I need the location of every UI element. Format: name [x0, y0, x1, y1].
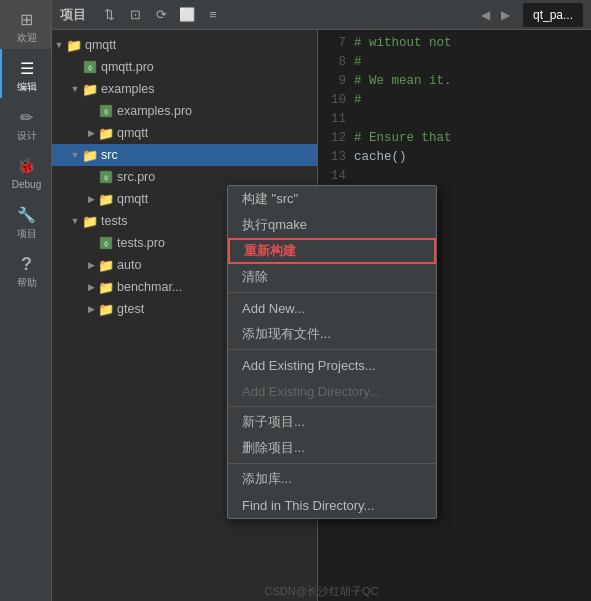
grid-icon: ⊞ — [16, 8, 38, 30]
line-number-8: 8 — [318, 53, 354, 72]
folder-icon-src-qmqtt: 📁 — [98, 191, 114, 207]
tree-label-qmqtt-pro: qmqtt.pro — [101, 60, 154, 74]
file-icon-tests-pro: Q — [98, 235, 114, 251]
menu-button[interactable]: ≡ — [202, 4, 224, 26]
tree-arrow-src-qmqtt: ▶ — [84, 192, 98, 206]
sidebar: ⊞ 欢迎 ☰ 编辑 ✏ 设计 🐞 Debug 🔧 项目 ? 帮助 — [0, 0, 52, 601]
tree-item-examples-folder[interactable]: ▼📁examples — [52, 78, 317, 100]
ctx-item-remove-project[interactable]: 删除项目... — [228, 435, 436, 461]
code-tab-qt-pa[interactable]: qt_pa... — [523, 3, 583, 27]
ctx-separator-sep2 — [228, 349, 436, 350]
folder-icon-examples-folder: 📁 — [82, 81, 98, 97]
tab-prev-button[interactable]: ◀ — [477, 6, 495, 24]
tree-item-qmqtt-pro[interactable]: Qqmqtt.pro — [52, 56, 317, 78]
toolbar-title: 项目 — [60, 6, 86, 24]
tree-label-src-pro: src.pro — [117, 170, 155, 184]
tree-arrow-examples-folder: ▼ — [68, 82, 82, 96]
tree-label-examples-qmqtt: qmqtt — [117, 126, 148, 140]
sidebar-item-welcome-label: 欢迎 — [17, 32, 37, 44]
folder-icon-tests-gtest: 📁 — [98, 301, 114, 317]
tree-item-src-folder[interactable]: ▼📁src — [52, 144, 317, 166]
folder-icon-tests-benchmar: 📁 — [98, 279, 114, 295]
tree-arrow-tests-gtest: ▶ — [84, 302, 98, 316]
line-text-10: # — [354, 91, 362, 110]
file-icon-qmqtt-pro: Q — [82, 59, 98, 75]
tree-arrow-examples-pro — [84, 104, 98, 118]
tree-item-examples-qmqtt[interactable]: ▶📁qmqtt — [52, 122, 317, 144]
ctx-item-run-qmake[interactable]: 执行qmake — [228, 212, 436, 238]
line-number-11: 11 — [318, 110, 354, 129]
file-icon-examples-pro: Q — [98, 103, 114, 119]
code-line-8: 8# — [318, 53, 591, 72]
ctx-item-add-library[interactable]: 添加库... — [228, 466, 436, 492]
bug-icon: 🐞 — [16, 155, 38, 177]
tree-arrow-src-pro — [84, 170, 98, 184]
link-button[interactable]: ⟳ — [150, 4, 172, 26]
tree-arrow-tests-auto: ▶ — [84, 258, 98, 272]
sidebar-item-help[interactable]: ? 帮助 — [0, 245, 51, 294]
filter-button[interactable]: ⊡ — [124, 4, 146, 26]
folder-icon-qmqtt-root: 📁 — [66, 37, 82, 53]
wrench-icon: 🔧 — [16, 204, 38, 226]
line-number-13: 13 — [318, 148, 354, 167]
tree-label-tests-folder: tests — [101, 214, 127, 228]
tree-arrow-examples-qmqtt: ▶ — [84, 126, 98, 140]
code-line-13: 13cache() — [318, 148, 591, 167]
pencil-icon: ✏ — [16, 106, 38, 128]
line-text-8: # — [354, 53, 362, 72]
line-text-12: # Ensure that — [354, 129, 452, 148]
tree-label-tests-benchmar: benchmar... — [117, 280, 182, 294]
ctx-item-add-existing-projects[interactable]: Add Existing Projects... — [228, 352, 436, 378]
tree-arrow-tests-benchmar: ▶ — [84, 280, 98, 294]
code-line-12: 12# Ensure that — [318, 129, 591, 148]
code-line-9: 9# We mean it. — [318, 72, 591, 91]
ctx-item-build-src[interactable]: 构建 "src" — [228, 186, 436, 212]
sidebar-item-debug[interactable]: 🐞 Debug — [0, 147, 51, 196]
tree-arrow-tests-pro — [84, 236, 98, 250]
sidebar-item-debug-label: Debug — [12, 179, 41, 191]
main-area: 项目 ⇅ ⊡ ⟳ ⬜ ≡ ◀ ▶ qt_pa... ▼📁qmqttQqmqtt.… — [52, 0, 591, 601]
sidebar-item-editor-label: 编辑 — [17, 81, 37, 93]
line-number-10: 10 — [318, 91, 354, 110]
line-number-12: 12 — [318, 129, 354, 148]
line-text-13: cache() — [354, 148, 407, 167]
tree-label-src-folder: src — [101, 148, 118, 162]
tree-label-tests-pro: tests.pro — [117, 236, 165, 250]
tree-label-tests-gtest: gtest — [117, 302, 144, 316]
ctx-item-add-new[interactable]: Add New... — [228, 295, 436, 321]
context-menu: 构建 "src"执行qmake重新构建清除Add New...添加现有文件...… — [227, 185, 437, 519]
tree-arrow-tests-folder: ▼ — [68, 214, 82, 228]
folder-icon-tests-auto: 📁 — [98, 257, 114, 273]
file-icon-src-pro: Q — [98, 169, 114, 185]
tree-arrow-qmqtt-pro — [68, 60, 82, 74]
sidebar-item-project[interactable]: 🔧 项目 — [0, 196, 51, 245]
question-icon: ? — [16, 253, 38, 275]
code-line-14: 14 — [318, 167, 591, 186]
ctx-item-rebuild[interactable]: 重新构建 — [228, 238, 436, 264]
split-button[interactable]: ⬜ — [176, 4, 198, 26]
ctx-item-new-subproject[interactable]: 新子项目... — [228, 409, 436, 435]
ctx-item-add-existing-file[interactable]: 添加现有文件... — [228, 321, 436, 347]
line-number-14: 14 — [318, 167, 354, 186]
sidebar-item-design[interactable]: ✏ 设计 — [0, 98, 51, 147]
sort-button[interactable]: ⇅ — [98, 4, 120, 26]
line-text-7: # without not — [354, 34, 452, 53]
code-tab-label: qt_pa... — [533, 8, 573, 22]
sidebar-item-editor[interactable]: ☰ 编辑 — [0, 49, 51, 98]
ctx-item-clean[interactable]: 清除 — [228, 264, 436, 290]
sidebar-item-welcome[interactable]: ⊞ 欢迎 — [0, 0, 51, 49]
code-line-7: 7# without not — [318, 34, 591, 53]
tab-next-button[interactable]: ▶ — [497, 6, 515, 24]
folder-icon-src-folder: 📁 — [82, 147, 98, 163]
tree-label-src-qmqtt: qmqtt — [117, 192, 148, 206]
ctx-item-find-in-dir[interactable]: Find in This Directory... — [228, 492, 436, 518]
ctx-separator-sep4 — [228, 463, 436, 464]
svg-text:Q: Q — [104, 174, 108, 181]
tree-arrow-qmqtt-root: ▼ — [52, 38, 66, 52]
tree-item-qmqtt-root[interactable]: ▼📁qmqtt — [52, 34, 317, 56]
tree-item-examples-pro[interactable]: Qexamples.pro — [52, 100, 317, 122]
tab-navigation: ◀ ▶ — [477, 6, 515, 24]
tree-label-examples-folder: examples — [101, 82, 155, 96]
tree-label-examples-pro: examples.pro — [117, 104, 192, 118]
svg-text:Q: Q — [104, 108, 108, 115]
